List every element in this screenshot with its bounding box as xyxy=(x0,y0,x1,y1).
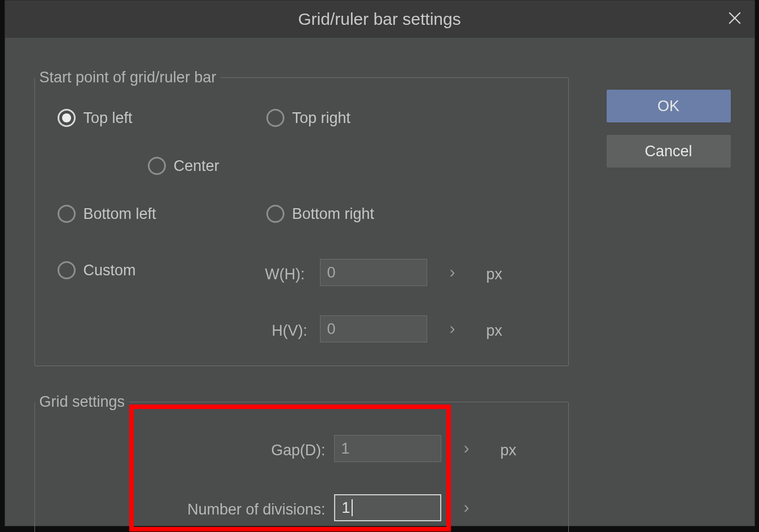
gap-unit: px xyxy=(501,442,517,459)
radio-icon xyxy=(58,261,76,279)
grid-ruler-settings-dialog: Grid/ruler bar settings OK Cancel Start … xyxy=(5,0,755,526)
hv-input[interactable] xyxy=(320,315,427,342)
radio-label: Top left xyxy=(84,109,133,127)
wh-input[interactable] xyxy=(320,259,427,286)
hv-unit: px xyxy=(486,322,503,340)
wh-label: W(H): xyxy=(265,266,305,283)
titlebar: Grid/ruler bar settings xyxy=(5,1,754,38)
gap-spin[interactable]: › xyxy=(464,438,470,458)
grid-settings-legend: Grid settings xyxy=(35,393,130,411)
wh-spin[interactable]: › xyxy=(450,262,455,282)
radio-icon xyxy=(266,205,284,223)
grid-settings-group: Grid settings Gap(D): › px Number of div… xyxy=(34,393,569,532)
close-icon xyxy=(727,11,742,28)
text-cursor xyxy=(352,499,353,516)
start-point-group: Start point of grid/ruler bar Top left T… xyxy=(34,69,569,366)
radio-top-left[interactable]: Top left xyxy=(58,109,133,127)
divisions-spin[interactable]: › xyxy=(464,498,470,517)
radio-label: Top right xyxy=(292,109,351,127)
dialog-title: Grid/ruler bar settings xyxy=(298,10,460,29)
radio-icon xyxy=(58,109,76,127)
radio-bottom-right[interactable]: Bottom right xyxy=(266,205,375,223)
radio-icon xyxy=(148,157,166,175)
hv-spin[interactable]: › xyxy=(450,319,455,338)
divisions-label: Number of divisions: xyxy=(187,501,326,518)
cancel-button[interactable]: Cancel xyxy=(607,135,731,168)
radio-label: Bottom right xyxy=(292,205,375,223)
gap-input[interactable] xyxy=(334,435,441,462)
radio-center[interactable]: Center xyxy=(148,157,220,175)
start-point-legend: Start point of grid/ruler bar xyxy=(35,69,221,86)
ok-button-label: OK xyxy=(657,98,679,115)
radio-label: Custom xyxy=(84,262,136,279)
wh-unit: px xyxy=(486,266,503,283)
radio-icon xyxy=(58,205,76,223)
close-button[interactable] xyxy=(715,1,754,38)
gap-label: Gap(D): xyxy=(271,442,325,459)
divisions-input[interactable]: 1 xyxy=(334,494,441,521)
cancel-button-label: Cancel xyxy=(644,143,692,160)
dialog-body: OK Cancel Start point of grid/ruler bar … xyxy=(5,38,754,526)
radio-top-right[interactable]: Top right xyxy=(266,109,351,127)
radio-label: Center xyxy=(174,157,220,175)
ok-button[interactable]: OK xyxy=(607,90,731,122)
radio-icon xyxy=(266,109,284,127)
radio-label: Bottom left xyxy=(84,205,156,223)
radio-bottom-left[interactable]: Bottom left xyxy=(58,205,156,223)
divisions-value: 1 xyxy=(342,499,350,517)
radio-custom[interactable]: Custom xyxy=(58,261,136,279)
hv-label: H(V): xyxy=(272,322,308,340)
